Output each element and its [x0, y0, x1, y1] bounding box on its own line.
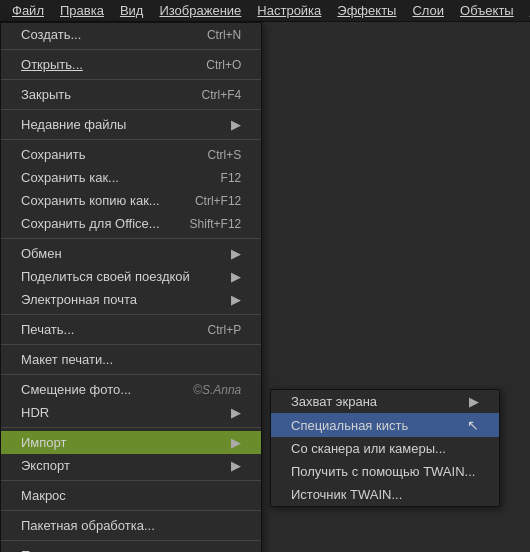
- submenu-item-special-brush[interactable]: Специальная кисть ↖: [271, 413, 499, 437]
- menu-item-open[interactable]: Открыть... Ctrl+O: [1, 53, 261, 76]
- menu-item-exchange[interactable]: Обмен ▶: [1, 242, 261, 265]
- submenu-special-brush-label: Специальная кисть: [291, 418, 408, 433]
- menubar-item-view[interactable]: Вид: [112, 1, 152, 20]
- menu-item-share[interactable]: Поделиться своей поездкой ▶: [1, 265, 261, 288]
- divider-8: [1, 374, 261, 375]
- menu-item-print-shortcut: Ctrl+P: [208, 323, 242, 337]
- menu-item-print-label: Печать...: [21, 322, 74, 337]
- menu-item-print[interactable]: Печать... Ctrl+P: [1, 318, 261, 341]
- divider-5: [1, 238, 261, 239]
- divider-10: [1, 480, 261, 481]
- menu-item-save-shortcut: Ctrl+S: [208, 148, 242, 162]
- menu-item-macro-label: Макрос: [21, 488, 66, 503]
- hdr-arrow-icon: ▶: [231, 405, 241, 420]
- menu-item-batch[interactable]: Пакетная обработка...: [1, 514, 261, 537]
- menu-item-save[interactable]: Сохранить Ctrl+S: [1, 143, 261, 166]
- menu-item-email-label: Электронная почта: [21, 292, 137, 307]
- menu-item-macro[interactable]: Макрос: [1, 484, 261, 507]
- menubar: Файл Правка Вид Изображение Настройка Эф…: [0, 0, 530, 22]
- menubar-item-selection[interactable]: Выделени...: [522, 1, 530, 20]
- watermark: ©S.Anna: [193, 383, 241, 397]
- menu-item-save-copy[interactable]: Сохранить копию как... Ctrl+F12: [1, 189, 261, 212]
- submenu-twain-get-label: Получить с помощью TWAIN...: [291, 464, 475, 479]
- submenu-scanner-label: Со сканера или камеры...: [291, 441, 446, 456]
- menu-item-print-layout[interactable]: Макет печати...: [1, 348, 261, 371]
- menu-item-email[interactable]: Электронная почта ▶: [1, 288, 261, 311]
- menu-item-recent-label: Недавние файлы: [21, 117, 126, 132]
- divider-2: [1, 79, 261, 80]
- menu-item-hdr[interactable]: HDR ▶: [1, 401, 261, 424]
- submenu-item-scanner[interactable]: Со сканера или камеры...: [271, 437, 499, 460]
- menu-item-save-copy-shortcut: Ctrl+F12: [195, 194, 241, 208]
- menu-item-save-copy-label: Сохранить копию как...: [21, 193, 160, 208]
- menu-item-exchange-label: Обмен: [21, 246, 62, 261]
- submenu-capture-label: Захват экрана: [291, 394, 377, 409]
- menubar-item-objects[interactable]: Объекты: [452, 1, 522, 20]
- divider-1: [1, 49, 261, 50]
- menubar-item-image[interactable]: Изображение: [151, 1, 249, 20]
- email-arrow-icon: ▶: [231, 292, 241, 307]
- menu-item-photo-shift-label: Смещение фото...: [21, 382, 131, 397]
- divider-3: [1, 109, 261, 110]
- menu-item-close-shortcut: Ctrl+F4: [202, 88, 242, 102]
- export-arrow-icon: ▶: [231, 458, 241, 473]
- menu-item-save-office[interactable]: Сохранить для Office... Shift+F12: [1, 212, 261, 235]
- menubar-item-settings[interactable]: Настройка: [249, 1, 329, 20]
- submenu-item-capture[interactable]: Захват экрана ▶: [271, 390, 499, 413]
- cursor-icon: ↖: [467, 417, 479, 433]
- menu-item-save-as-shortcut: F12: [221, 171, 242, 185]
- divider-9: [1, 427, 261, 428]
- menu-item-new[interactable]: Создать... Ctrl+N: [1, 23, 261, 46]
- menu-item-open-label: Открыть...: [21, 57, 83, 72]
- divider-11: [1, 510, 261, 511]
- submenu-item-twain-source[interactable]: Источник TWAIN...: [271, 483, 499, 506]
- menu-item-open-shortcut: Ctrl+O: [206, 58, 241, 72]
- capture-arrow-icon: ▶: [469, 394, 479, 409]
- menu-item-import-label: Импорт: [21, 435, 66, 450]
- menu-item-save-as-label: Сохранить как...: [21, 170, 119, 185]
- share-arrow-icon: ▶: [231, 269, 241, 284]
- menubar-item-effects[interactable]: Эффекты: [329, 1, 404, 20]
- menu-item-rename-group[interactable]: Переименование группы...: [1, 544, 261, 552]
- menu-item-save-office-shortcut: Shift+F12: [190, 217, 242, 231]
- menubar-item-file[interactable]: Файл: [4, 1, 52, 20]
- menu-item-print-layout-label: Макет печати...: [21, 352, 113, 367]
- import-arrow-icon: ▶: [231, 435, 241, 450]
- menu-item-export-label: Экспорт: [21, 458, 70, 473]
- menu-item-hdr-label: HDR: [21, 405, 49, 420]
- divider-7: [1, 344, 261, 345]
- submenu-twain-source-label: Источник TWAIN...: [291, 487, 402, 502]
- file-dropdown-menu: Создать... Ctrl+N Открыть... Ctrl+O Закр…: [0, 22, 262, 552]
- menubar-item-edit[interactable]: Правка: [52, 1, 112, 20]
- menu-item-photo-shift[interactable]: Смещение фото... ©S.Anna: [1, 378, 261, 401]
- menu-item-new-shortcut: Ctrl+N: [207, 28, 241, 42]
- import-submenu: Захват экрана ▶ Специальная кисть ↖ Со с…: [270, 389, 500, 507]
- recent-arrow-icon: ▶: [231, 117, 241, 132]
- divider-4: [1, 139, 261, 140]
- menu-item-save-as[interactable]: Сохранить как... F12: [1, 166, 261, 189]
- menu-item-new-label: Создать...: [21, 27, 81, 42]
- dropdown-container: Создать... Ctrl+N Открыть... Ctrl+O Закр…: [0, 22, 262, 552]
- divider-6: [1, 314, 261, 315]
- menu-item-import[interactable]: Импорт ▶: [1, 431, 261, 454]
- menu-item-save-label: Сохранить: [21, 147, 86, 162]
- menu-item-batch-label: Пакетная обработка...: [21, 518, 155, 533]
- menu-item-share-label: Поделиться своей поездкой: [21, 269, 190, 284]
- menu-item-rename-group-label: Переименование группы...: [21, 548, 182, 552]
- menu-item-close[interactable]: Закрыть Ctrl+F4: [1, 83, 261, 106]
- menubar-item-layers[interactable]: Слои: [404, 1, 452, 20]
- menu-item-save-office-label: Сохранить для Office...: [21, 216, 160, 231]
- menu-item-export[interactable]: Экспорт ▶: [1, 454, 261, 477]
- menu-item-recent[interactable]: Недавние файлы ▶: [1, 113, 261, 136]
- menu-item-close-label: Закрыть: [21, 87, 71, 102]
- submenu-item-twain-get[interactable]: Получить с помощью TWAIN...: [271, 460, 499, 483]
- exchange-arrow-icon: ▶: [231, 246, 241, 261]
- divider-12: [1, 540, 261, 541]
